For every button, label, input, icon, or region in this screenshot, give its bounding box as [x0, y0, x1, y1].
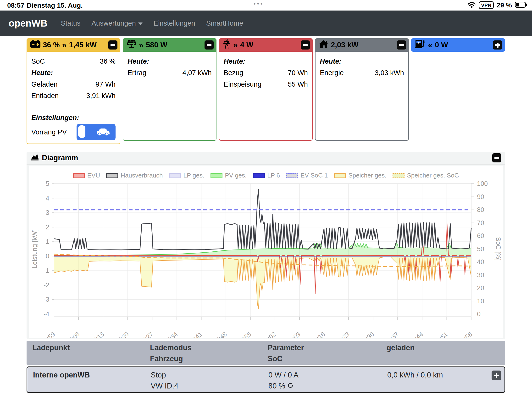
entladen-label: Entladen: [31, 92, 59, 100]
chargepoint-row[interactable]: Interne openWB StopVW ID.4 0 W / 0 A 80 …: [26, 367, 505, 393]
svg-text:08:30: 08:30: [359, 331, 375, 338]
card-house-body: Heute: Energie3,03 kWh: [315, 52, 409, 141]
svg-text:08:09: 08:09: [285, 331, 302, 338]
legend-swatch: [286, 173, 298, 178]
navbar: openWB Status Auswertungen Einstellungen…: [0, 11, 532, 36]
card-grid-header: » 4 W: [219, 38, 313, 52]
diagram-header: Diagramm: [26, 152, 505, 165]
svg-text:SoC [%]: SoC [%]: [495, 237, 502, 261]
card-pv: » 580 W Heute: Ertrag4,07 kWh: [123, 38, 216, 141]
chevron-down-icon: [138, 22, 143, 25]
legend-label: Hausverbrauch: [120, 172, 163, 179]
chevrons-left-icon: «: [428, 40, 432, 50]
charging-station-icon: [415, 40, 425, 50]
svg-text:-4: -4: [44, 310, 49, 318]
legend-item[interactable]: EVU: [73, 172, 100, 179]
svg-text:-3: -3: [44, 296, 49, 303]
legend-swatch: [210, 173, 222, 178]
legend-label: LP ges.: [184, 172, 204, 179]
heute-heading: Heute:: [224, 56, 308, 67]
minus-square-icon[interactable]: [397, 40, 406, 50]
chart-legend: EVUHausverbrauchLP ges.PV ges.LP 6EV SoC…: [29, 172, 503, 179]
date: Dienstag 15. Aug.: [27, 2, 83, 9]
nav-status[interactable]: Status: [61, 19, 80, 27]
col-geladen: geladen: [386, 342, 505, 353]
col-soc: SoC: [268, 353, 381, 364]
legend-item[interactable]: Speicher ges.: [334, 172, 386, 179]
svg-text:2: 2: [46, 224, 49, 231]
legend-label: LP 6: [267, 172, 280, 179]
refresh-icon[interactable]: [287, 380, 293, 392]
legend-item[interactable]: Hausverbrauch: [106, 172, 163, 179]
legend-swatch: [393, 173, 405, 178]
heute-heading: Heute:: [31, 67, 115, 78]
battery-power-value: 1,45 kW: [69, 41, 97, 49]
solar-panel-icon: [127, 40, 137, 50]
geladen-value: 97 Wh: [95, 80, 115, 88]
legend-swatch: [334, 173, 346, 178]
chevrons-right-icon: »: [139, 40, 144, 50]
legend-label: Speicher ges.: [348, 172, 386, 179]
card-grid-body: Heute: Bezug70 Wh Einspeisung55 Wh: [219, 52, 313, 141]
svg-text:60: 60: [477, 232, 484, 240]
chevrons-right-icon: »: [62, 40, 67, 50]
entladen-value: 3,91 kWh: [86, 92, 116, 100]
minus-square-icon[interactable]: [301, 40, 310, 50]
card-house-header: 2,03 kW: [315, 38, 409, 52]
card-battery-body: SoC36 % Heute: Geladen97 Wh Entladen3,91…: [26, 52, 120, 144]
svg-text:08:44: 08:44: [408, 331, 424, 338]
status-cards: 36 % » 1,45 kW SoC36 % Heute: Geladen97 …: [26, 38, 505, 144]
svg-text:90: 90: [477, 193, 484, 200]
brand-openwb[interactable]: openWB: [9, 18, 47, 29]
chargepoint-power-value: 0 W: [435, 41, 448, 49]
col-fahrzeug: Fahrzeug: [150, 353, 262, 364]
multitask-dots: •••: [253, 0, 264, 7]
svg-text:Leistung [kW]: Leistung [kW]: [31, 229, 38, 269]
clock: 08:57: [7, 2, 24, 9]
col-ladepunkt: Ladepunkt: [32, 342, 144, 353]
car-icon: [96, 128, 111, 136]
energie-value: 3,03 kWh: [375, 69, 404, 77]
car-battery-icon: [30, 40, 40, 50]
legend-item[interactable]: EV SoC 1: [286, 172, 328, 179]
svg-text:08:51: 08:51: [432, 331, 449, 338]
minus-square-icon[interactable]: [204, 40, 214, 50]
svg-text:3: 3: [46, 209, 49, 216]
diagram-title: Diagramm: [42, 154, 78, 162]
svg-text:80: 80: [477, 206, 484, 213]
chevrons-right-icon: »: [233, 40, 238, 50]
nav-auswertungen[interactable]: Auswertungen: [91, 19, 142, 27]
svg-text:08:02: 08:02: [261, 331, 277, 338]
svg-text:07:06: 07:06: [64, 331, 81, 338]
minus-square-icon[interactable]: [108, 40, 117, 50]
house-icon: [319, 40, 329, 50]
svg-text:10: 10: [477, 298, 484, 305]
legend-item[interactable]: LP 6: [253, 172, 280, 179]
ios-status-bar: 08:57 Dienstag 15. Aug. ••• VPN 29 %: [0, 0, 532, 11]
ertrag-value: 4,07 kWh: [183, 69, 212, 77]
nav-smarthome[interactable]: SmartHome: [206, 19, 243, 27]
plus-square-icon[interactable]: [493, 40, 502, 50]
card-battery-header: 36 % » 1,45 kW: [26, 38, 120, 52]
card-battery-storage: 36 % » 1,45 kW SoC36 % Heute: Geladen97 …: [26, 38, 120, 144]
legend-item[interactable]: LP ges.: [169, 172, 204, 179]
svg-text:40: 40: [477, 258, 484, 266]
minus-square-icon[interactable]: [492, 153, 501, 162]
legend-item[interactable]: Speicher ges. SoC: [393, 172, 459, 179]
power-pylon-icon: [223, 39, 231, 51]
grid-power-value: 4 W: [240, 41, 253, 49]
card-chargepoint: « 0 W: [411, 38, 505, 52]
svg-text:100: 100: [477, 180, 488, 187]
legend-item[interactable]: PV ges.: [210, 172, 247, 179]
bezug-value: 70 Wh: [288, 69, 308, 77]
vorrang-pv-toggle[interactable]: [76, 124, 115, 140]
chargepoint-table-header: Ladepunkt LademodusFahrzeug ParameterSoC…: [26, 341, 505, 365]
nav-einstellungen[interactable]: Einstellungen: [154, 19, 195, 27]
plus-square-icon[interactable]: [492, 371, 501, 380]
col-parameter: Parameter: [268, 342, 381, 353]
card-house: 2,03 kW Heute: Energie3,03 kWh: [315, 38, 409, 141]
legend-label: Speicher ges. SoC: [407, 172, 459, 179]
einspeisung-value: 55 Wh: [288, 80, 308, 88]
toggle-knob: [78, 125, 85, 138]
heute-heading: Heute:: [320, 56, 404, 67]
